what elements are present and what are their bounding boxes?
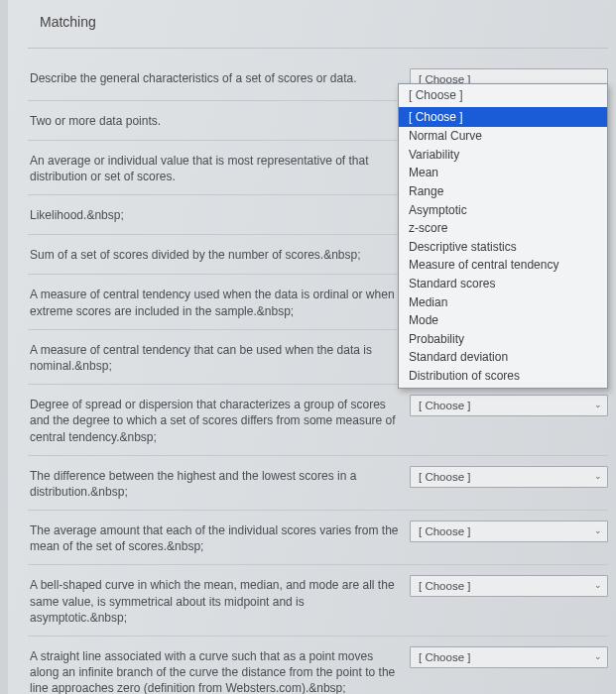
dropdown-option[interactable]: Median	[399, 293, 607, 312]
matching-question: Matching Describe the general characteri…	[0, 0, 616, 694]
question-title: Matching	[28, 10, 608, 49]
answer-select[interactable]: [ Choose ]⌄	[410, 646, 608, 668]
select-value: [ Choose ]	[419, 400, 470, 411]
prompt-text: Degree of spread or dispersion that char…	[30, 395, 410, 445]
prompt-text: A measure of central tendency used when …	[30, 285, 410, 318]
prompt-text: An average or individual value that is m…	[30, 151, 410, 184]
answer-select[interactable]: [ Choose ]⌄	[410, 395, 608, 416]
prompt-text: Describe the general characteristics of …	[30, 68, 410, 86]
dropdown-placeholder[interactable]: [ Choose ]	[399, 84, 607, 107]
prompt-text: A straight line associated with a curve …	[30, 646, 410, 694]
chevron-down-icon: ⌄	[594, 646, 602, 666]
match-row: The average amount that each of the indi…	[28, 511, 608, 565]
dropdown-option[interactable]: Probability	[399, 330, 607, 349]
dropdown-option[interactable]: Asymptotic	[399, 201, 607, 220]
match-row: A bell-shaped curve in which the mean, m…	[28, 565, 608, 636]
chevron-down-icon: ⌄	[594, 466, 602, 486]
dropdown-option[interactable]: Normal Curve	[399, 127, 607, 146]
select-value: [ Choose ]	[419, 471, 470, 483]
dropdown-option[interactable]: Mode	[399, 311, 607, 330]
match-row: A straight line associated with a curve …	[28, 636, 608, 694]
dropdown-option[interactable]: Range	[399, 182, 607, 201]
answer-select[interactable]: [ Choose ]⌄	[410, 466, 608, 488]
select-value: [ Choose ]	[419, 580, 470, 592]
dropdown-option[interactable]: Mean	[399, 164, 607, 182]
answer-select[interactable]: [ Choose ]⌄	[410, 520, 608, 542]
prompt-text: Likelihood.&nbsp;	[30, 205, 410, 223]
chevron-down-icon: ⌄	[594, 575, 602, 595]
prompt-text: Two or more data points.	[30, 111, 410, 129]
dropdown-option-selected[interactable]: [ Choose ]	[399, 107, 607, 128]
dropdown-option[interactable]: Measure of central tendency	[399, 256, 607, 275]
chevron-down-icon: ⌄	[594, 520, 602, 540]
answer-select[interactable]: [ Choose ]⌄	[410, 575, 608, 597]
dropdown-option[interactable]: Standard deviation	[399, 348, 607, 367]
dropdown-option[interactable]: Distribution of scores	[399, 367, 607, 386]
prompt-text: Sum of a set of scores divided by the nu…	[30, 245, 410, 263]
match-row: Degree of spread or dispersion that char…	[28, 385, 608, 456]
select-value: [ Choose ]	[419, 651, 470, 663]
prompt-text: The average amount that each of the indi…	[30, 520, 410, 554]
prompt-text: A bell-shaped curve in which the mean, m…	[30, 575, 410, 626]
dropdown-option[interactable]: Standard scores	[399, 275, 607, 293]
answer-dropdown-open[interactable]: [ Choose ] [ Choose ] Normal Curve Varia…	[398, 83, 608, 389]
prompt-text: A measure of central tendency that can b…	[30, 340, 410, 374]
select-value: [ Choose ]	[419, 525, 470, 537]
chevron-down-icon: ⌄	[594, 395, 602, 414]
dropdown-option[interactable]: Descriptive statistics	[399, 238, 607, 257]
match-row: The difference between the highest and t…	[28, 456, 608, 511]
prompt-text: The difference between the highest and t…	[30, 466, 410, 500]
dropdown-option[interactable]: z-score	[399, 219, 607, 238]
dropdown-option[interactable]: Variability	[399, 146, 607, 165]
